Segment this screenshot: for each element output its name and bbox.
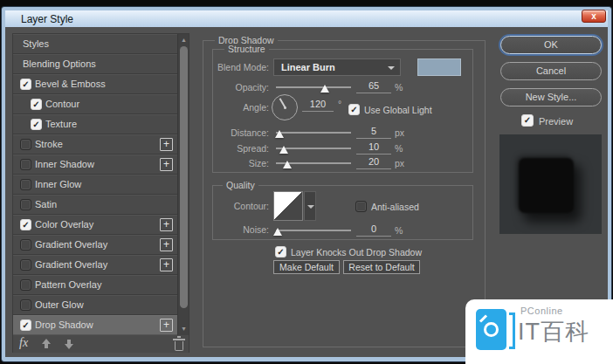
styles-scrollbar[interactable]: ▲ ▼ xyxy=(177,34,189,335)
noise-slider-thumb[interactable] xyxy=(273,228,282,236)
reset-default-button[interactable]: Reset to Default xyxy=(343,260,420,274)
style-enable-checkbox[interactable]: ✓ xyxy=(31,119,42,130)
sidebar-item-label: Gradient Overlay xyxy=(35,255,107,275)
preview-checkbox[interactable]: ✓ xyxy=(521,114,534,127)
contour-dropdown-button[interactable] xyxy=(304,191,316,221)
blend-mode-value: Linear Burn xyxy=(281,62,335,72)
sidebar-item-label: Styles xyxy=(23,34,49,54)
blend-mode-label: Blend Mode: xyxy=(190,62,269,72)
spread-value[interactable]: 10 xyxy=(356,141,391,155)
distance-slider[interactable] xyxy=(276,132,351,134)
style-enable-checkbox[interactable]: ✓ xyxy=(31,99,42,110)
add-instance-icon[interactable]: + xyxy=(160,158,173,171)
style-enable-checkbox[interactable] xyxy=(20,279,31,291)
delete-effect-icon[interactable] xyxy=(175,341,183,351)
fx-icon[interactable]: fx xyxy=(19,336,28,350)
sidebar-item-label: Stroke xyxy=(35,134,63,155)
add-instance-icon[interactable]: + xyxy=(160,138,173,151)
sidebar-item-drop-shadow[interactable]: ✓Drop Shadow+ xyxy=(13,315,177,335)
style-enable-checkbox[interactable] xyxy=(20,259,31,271)
opacity-slider[interactable] xyxy=(276,86,351,88)
ok-button[interactable]: OK xyxy=(500,36,602,54)
noise-label: Noise: xyxy=(190,224,269,235)
noise-value[interactable]: 0 xyxy=(356,223,391,237)
style-enable-checkbox[interactable]: ✓ xyxy=(20,319,31,331)
magnifier-icon xyxy=(484,322,499,337)
style-enable-checkbox[interactable] xyxy=(20,179,31,190)
titlebar[interactable]: Layer Style xyxy=(5,10,608,27)
noise-slider[interactable] xyxy=(276,230,351,231)
sidebar-item-stroke[interactable]: Stroke+ xyxy=(13,134,177,155)
sidebar-item-styles[interactable]: Styles xyxy=(13,34,177,54)
angle-unit: ° xyxy=(338,99,341,109)
sidebar-item-satin[interactable]: Satin xyxy=(13,195,177,215)
angle-dial[interactable] xyxy=(272,94,298,120)
spread-slider[interactable] xyxy=(276,148,351,149)
sidebar-item-label: Blending Options xyxy=(23,54,96,74)
spread-label: Spread: xyxy=(190,143,269,154)
style-enable-checkbox[interactable] xyxy=(20,199,31,210)
contour-label: Contour: xyxy=(190,201,269,211)
sidebar-item-outer-glow[interactable]: Outer Glow xyxy=(13,295,177,315)
style-enable-checkbox[interactable] xyxy=(20,239,31,251)
opacity-unit: % xyxy=(395,82,403,93)
styles-list-panel: StylesBlending Options✓Bevel & Emboss✓Co… xyxy=(12,33,189,353)
styles-list: StylesBlending Options✓Bevel & Emboss✓Co… xyxy=(13,34,177,335)
move-up-icon[interactable] xyxy=(41,339,52,349)
size-slider[interactable] xyxy=(276,162,351,164)
sidebar-item-blending-options[interactable]: Blending Options xyxy=(13,54,177,74)
style-enable-checkbox[interactable]: ✓ xyxy=(20,79,31,90)
sidebar-item-label: Texture xyxy=(45,114,77,134)
make-default-button[interactable]: Make Default xyxy=(273,260,340,274)
style-enable-checkbox[interactable]: ✓ xyxy=(20,219,31,230)
scroll-up-icon[interactable]: ▲ xyxy=(178,35,189,45)
add-instance-icon[interactable]: + xyxy=(160,319,173,332)
size-value[interactable]: 20 xyxy=(356,156,391,169)
shadow-color-swatch[interactable] xyxy=(417,58,461,76)
style-enable-checkbox[interactable] xyxy=(20,299,31,311)
sidebar-item-label: Color Overlay xyxy=(35,215,93,235)
anti-aliased-checkbox[interactable] xyxy=(355,201,367,212)
close-button[interactable]: x xyxy=(582,10,606,23)
add-instance-icon[interactable]: + xyxy=(160,258,173,271)
sidebar-item-inner-shadow[interactable]: Inner Shadow+ xyxy=(13,155,177,175)
contour-picker[interactable] xyxy=(273,191,303,221)
distance-slider-thumb[interactable] xyxy=(275,130,284,138)
new-style-button[interactable]: New Style... xyxy=(500,88,602,106)
sidebar-item-label: Outer Glow xyxy=(35,295,84,315)
chevron-down-icon xyxy=(388,66,395,70)
sidebar-item-gradient-overlay[interactable]: Gradient Overlay+ xyxy=(13,255,177,275)
watermark: PConline IT百科 xyxy=(465,299,613,364)
move-down-icon[interactable] xyxy=(64,339,74,349)
sidebar-item-inner-glow[interactable]: Inner Glow xyxy=(13,175,177,195)
distance-value[interactable]: 5 xyxy=(356,126,391,139)
add-instance-icon[interactable]: + xyxy=(160,218,173,231)
size-slider-thumb[interactable] xyxy=(283,161,292,168)
sidebar-item-color-overlay[interactable]: ✓Color Overlay+ xyxy=(13,215,177,235)
sidebar-item-label: Gradient Overlay xyxy=(35,235,107,255)
angle-value[interactable]: 120 xyxy=(302,99,334,112)
style-enable-checkbox[interactable] xyxy=(20,139,31,150)
blend-mode-select[interactable]: Linear Burn xyxy=(273,58,401,76)
pconline-logo-icon xyxy=(476,309,506,350)
sidebar-item-contour[interactable]: ✓Contour xyxy=(13,94,177,114)
cancel-button[interactable]: Cancel xyxy=(500,62,602,80)
sidebar-item-texture[interactable]: ✓Texture xyxy=(13,114,177,134)
scroll-down-icon[interactable]: ▼ xyxy=(178,324,189,334)
sidebar-item-bevel-and-emboss[interactable]: ✓Bevel & Emboss xyxy=(13,74,177,94)
opacity-slider-thumb[interactable] xyxy=(320,85,329,93)
style-enable-checkbox[interactable] xyxy=(20,159,31,170)
add-instance-icon[interactable]: + xyxy=(160,238,173,251)
scrollbar-thumb[interactable] xyxy=(180,46,188,308)
sidebar-item-label: Contour xyxy=(45,94,79,114)
opacity-value[interactable]: 65 xyxy=(356,80,391,93)
chevron-down-icon xyxy=(307,205,314,209)
styles-footer-toolbar: fx xyxy=(13,335,189,353)
watermark-brand: PConline xyxy=(520,306,563,316)
layer-knockout-checkbox[interactable]: ✓ xyxy=(275,246,286,258)
sidebar-item-gradient-overlay[interactable]: Gradient Overlay+ xyxy=(13,235,177,255)
use-global-light-checkbox[interactable]: ✓ xyxy=(348,104,360,115)
spread-slider-thumb[interactable] xyxy=(279,146,288,154)
sidebar-item-pattern-overlay[interactable]: Pattern Overlay xyxy=(13,275,177,295)
anti-aliased-label: Anti-aliased xyxy=(371,202,419,212)
